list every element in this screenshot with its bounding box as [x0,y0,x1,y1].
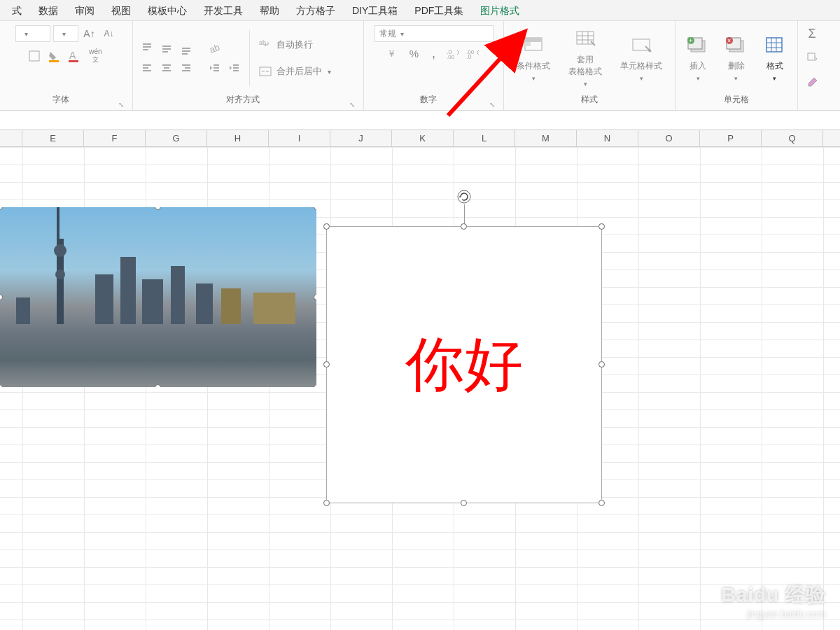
group-number: 常规 ¥ % , .0.00 .00.0 数字 ⤡ [364,21,504,110]
menu-formula[interactable]: 式 [4,0,30,21]
insert-button[interactable]: + 插入▾ [682,32,713,85]
menu-data[interactable]: 数据 [30,0,66,21]
col-header-i[interactable]: I [269,130,330,146]
menu-pdf-tools[interactable]: PDF工具集 [406,0,472,21]
menu-diy-toolbox[interactable]: DIY工具箱 [344,0,406,21]
group-cells-label: 单元格 [681,91,792,108]
selected-textbox[interactable]: 你好 [326,226,602,503]
increase-font-icon[interactable]: A↑ [81,25,98,42]
menu-help[interactable]: 帮助 [251,0,288,21]
conditional-format-button[interactable]: 条件格式▾ [512,32,554,85]
number-dialog-launcher[interactable]: ⤡ [486,101,498,108]
percent-icon[interactable]: % [406,45,423,62]
svg-rect-59 [808,53,815,60]
svg-text:¥: ¥ [388,48,395,59]
resize-handle[interactable] [323,361,330,368]
col-header-o[interactable]: O [638,130,700,146]
menu-template-center[interactable]: 模板中心 [139,0,195,21]
group-cells: + 插入▾ × 删除▾ 格式▾ 单元格 [676,21,798,110]
rotation-handle[interactable] [456,189,472,204]
phonetic-button[interactable]: wén 文 [85,45,106,67]
currency-icon[interactable]: ¥ [386,45,403,62]
font-color-icon[interactable]: A [65,48,82,64]
menu-review[interactable]: 审阅 [66,0,103,21]
table-format-button[interactable]: 套用 表格格式▾ [564,26,606,90]
col-header-f[interactable]: F [84,130,146,146]
col-header-m[interactable]: M [515,130,577,146]
col-header-j[interactable]: J [330,130,392,146]
number-format-dropdown[interactable]: 常规 [374,25,493,42]
svg-rect-18 [164,67,169,69]
align-dialog-launcher[interactable]: ⤡ [346,101,358,108]
col-header[interactable] [0,130,22,146]
align-bottom-icon[interactable] [178,40,195,57]
format-button[interactable]: 格式▾ [760,32,790,85]
svg-rect-1 [49,60,59,62]
svg-rect-4 [143,43,151,45]
group-styles: 条件格式▾ 套用 表格格式▾ 单元格样式▾ 样式 [504,21,676,110]
cell-style-button[interactable]: 单元格样式▾ [616,32,666,85]
col-header-g[interactable]: G [146,130,207,146]
align-left-icon[interactable] [139,59,155,76]
orientation-icon[interactable]: ab [206,40,223,57]
svg-rect-3 [69,60,78,62]
col-header-p[interactable]: P [700,130,762,146]
svg-text:.0: .0 [466,53,472,59]
delete-button[interactable]: × 删除▾ [721,32,752,85]
watermark: Baidu 经验 jingyan.baidu.com [721,582,826,620]
resize-handle[interactable] [461,500,467,506]
comma-icon[interactable]: , [426,45,442,62]
svg-rect-7 [162,46,171,47]
formula-bar[interactable] [0,111,840,130]
col-header-h[interactable]: H [207,130,269,146]
skyline-image [0,207,316,387]
svg-rect-22 [182,70,190,71]
font-dialog-launcher[interactable]: ⤡ [115,101,127,108]
wrap-text-button[interactable]: ab 自动换行 [257,36,331,53]
align-top-icon[interactable] [139,40,155,57]
svg-rect-27 [233,67,239,69]
selected-image-skyline[interactable] [0,207,316,387]
align-middle-icon[interactable] [158,40,175,57]
resize-handle[interactable] [323,223,330,230]
decrease-decimal-icon[interactable]: .00.0 [465,45,482,62]
svg-text:ab: ab [208,42,220,55]
col-header-l[interactable]: L [454,130,515,146]
menu-view[interactable]: 视图 [103,0,139,21]
fill-icon[interactable] [804,49,820,66]
menu-picture-format[interactable]: 图片格式 [472,0,528,21]
font-size-dropdown[interactable] [53,25,78,42]
col-header-e[interactable]: E [22,130,84,146]
col-header-n[interactable]: N [577,130,638,146]
resize-handle[interactable] [314,384,316,387]
menu-dev-tools[interactable]: 开发工具 [195,0,251,21]
resize-handle[interactable] [598,223,605,230]
col-header-k[interactable]: K [392,130,454,146]
border-icon[interactable] [26,48,43,64]
menu-fang-grid[interactable]: 方方格子 [288,0,344,21]
increase-decimal-icon[interactable]: .0.00 [445,45,462,62]
table-format-icon [574,29,596,51]
resize-handle[interactable] [598,500,605,506]
merge-center-button[interactable]: 合并后居中 ▾ [257,63,331,80]
resize-handle[interactable] [598,361,605,368]
fill-color-icon[interactable] [46,48,62,64]
resize-handle[interactable] [461,223,467,230]
decrease-font-icon[interactable]: A↓ [101,25,118,42]
resize-handle[interactable] [155,384,161,387]
group-styles-label: 样式 [510,91,669,108]
svg-point-45 [648,49,651,52]
increase-indent-icon[interactable] [225,59,242,76]
resize-handle[interactable] [314,294,316,300]
svg-text:.00: .00 [447,54,455,59]
autosum-icon[interactable]: Σ [804,25,820,42]
clear-icon[interactable] [804,73,820,90]
font-name-dropdown[interactable] [15,25,50,42]
svg-text:+: + [689,37,692,44]
col-header-q[interactable]: Q [762,130,823,146]
decrease-indent-icon[interactable] [206,59,223,76]
svg-rect-8 [162,48,171,50]
align-right-icon[interactable] [178,59,195,76]
resize-handle[interactable] [323,500,330,506]
align-center-icon[interactable] [158,59,175,76]
